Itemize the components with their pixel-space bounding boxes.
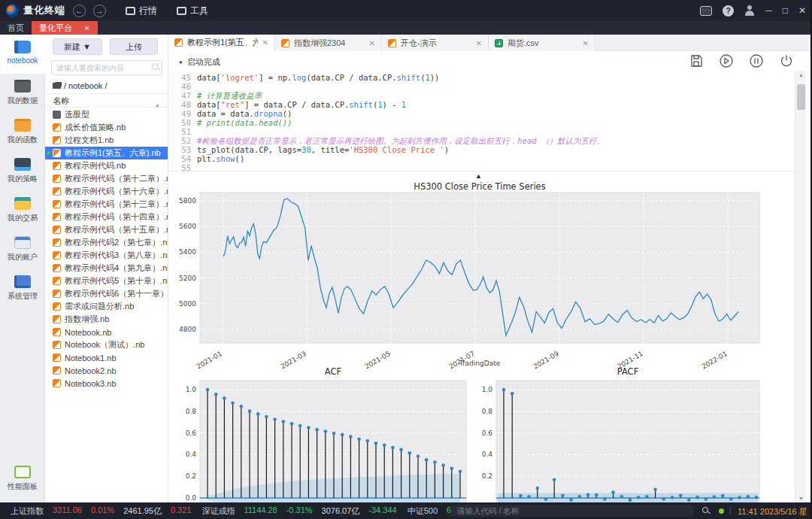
- file-row[interactable]: Notebook3.nb: [45, 377, 168, 390]
- close-tab-icon[interactable]: ✕: [84, 24, 90, 32]
- file-name: Notebook.nb: [65, 328, 111, 337]
- divider: |: [729, 505, 732, 514]
- file-row[interactable]: 教程示例代码6（第十一章）.nb: [45, 287, 168, 300]
- sidebar-item-我的函数[interactable]: 我的函数: [0, 113, 45, 152]
- y-tick-label: 0.2: [186, 472, 196, 480]
- doc-tab[interactable]: 指数增强2304✕: [275, 35, 382, 51]
- chat-icon[interactable]: ···: [700, 6, 712, 16]
- search-icon[interactable]: [702, 507, 708, 513]
- page-tab-quant-platform[interactable]: 量化平台✕: [32, 21, 98, 35]
- run-icon[interactable]: [719, 53, 734, 68]
- market-icon: [126, 7, 135, 15]
- back-icon[interactable]: ←: [73, 5, 86, 17]
- file-row[interactable]: 教程示例代码（第十二章）.nb: [45, 172, 168, 185]
- pacf-dot: [629, 499, 632, 502]
- sidebar-item-系统管理[interactable]: 系统管理: [0, 269, 45, 308]
- sidebar-item-我的策略[interactable]: 我的策略: [0, 152, 45, 191]
- file-row[interactable]: 教程示例代码.nb: [45, 159, 168, 172]
- y-tick-label: 5600: [179, 223, 196, 230]
- file-list-header[interactable]: 名称 ▲: [45, 93, 168, 108]
- doc-tab[interactable]: 教程示例1(第五、六章).nb✕: [168, 35, 275, 51]
- quote-field: 深证成指: [201, 505, 235, 517]
- pacf-dot: [704, 497, 708, 501]
- acf-dot: [391, 446, 395, 450]
- code-editor[interactable]: 4546474849505152535455 data['logret'] = …: [168, 71, 795, 171]
- sidebar-item-我的交易[interactable]: 我的交易: [0, 191, 45, 230]
- y-tick-label: 0.2: [482, 472, 492, 480]
- notebook-file-icon: [53, 149, 61, 157]
- scroll-up-icon[interactable]: ▲: [795, 72, 807, 77]
- sidebar-item-我的账户[interactable]: 我的账户: [0, 230, 45, 269]
- sidebar-item-我的数据[interactable]: 我的数据: [0, 74, 45, 113]
- index-quote-上证指数: 上证指数3311.060.01%2461.95亿0.321: [11, 505, 191, 517]
- breadcrumb[interactable]: / notebook /: [53, 81, 108, 90]
- user-icon[interactable]: [744, 5, 755, 16]
- code-line: data["ret"] = data.CP / data.CP.shift(1)…: [197, 100, 604, 109]
- scroll-down-icon[interactable]: ▼: [795, 496, 807, 501]
- file-row[interactable]: 教程示例代码3（第八章）.nb: [45, 249, 168, 262]
- file-row[interactable]: 过程文档1.nb: [45, 134, 168, 147]
- upload-button[interactable]: 上传: [110, 38, 158, 55]
- close-tab-icon[interactable]: ✕: [476, 39, 482, 47]
- file-name: Notebook1.nb: [65, 354, 117, 363]
- notebook-file-icon: [53, 264, 61, 272]
- file-row[interactable]: 教程示例代码4（第九章）.nb: [45, 262, 168, 275]
- file-row[interactable]: 需求或问题分析.nb: [45, 300, 168, 313]
- file-row[interactable]: 指数增强.nb: [45, 313, 168, 326]
- page-tab-home[interactable]: 首页: [0, 21, 32, 35]
- scrollbar-thumb[interactable]: [797, 84, 805, 110]
- shutdown-icon[interactable]: [779, 53, 794, 68]
- close-tab-icon[interactable]: ✕: [369, 39, 375, 47]
- close-tab-icon[interactable]: ✕: [262, 38, 268, 47]
- file-row[interactable]: 教程示例代码（第十五章）.nb: [45, 223, 168, 236]
- menu-market[interactable]: 行情: [126, 5, 157, 17]
- file-row[interactable]: 教程示例代码（第十六章）.nb: [45, 185, 168, 198]
- sidebar-item-性能面板[interactable]: 性能面板: [0, 460, 45, 499]
- notebook-file-icon: [53, 354, 61, 362]
- quote-field: 0.321: [171, 505, 192, 517]
- file-row[interactable]: 教程示例代码（第十四章）.nb: [45, 211, 168, 223]
- notebook-icon: [14, 41, 31, 53]
- forward-icon[interactable]: →: [93, 5, 106, 17]
- page-tab-label: 量化平台: [39, 23, 72, 34]
- menu-tools[interactable]: 工具: [177, 5, 208, 17]
- new-button[interactable]: 新建 ▼: [53, 38, 102, 55]
- close-tab-icon[interactable]: ✕: [583, 39, 589, 47]
- pacf-dot: [653, 487, 657, 491]
- pause-icon[interactable]: [749, 53, 764, 68]
- notebook-file-icon: [53, 226, 61, 234]
- file-name: 教程示例1(第五、六章).nb: [65, 147, 161, 159]
- acf-dot: [265, 415, 268, 419]
- pacf-dot: [662, 497, 666, 501]
- file-row[interactable]: Notebook2.nb: [45, 364, 168, 377]
- pacf-dot: [679, 494, 683, 498]
- file-row[interactable]: 教程示例代码2（第七章）.nb: [45, 236, 168, 249]
- close-button[interactable]: ✕: [798, 5, 806, 16]
- notebook-file-icon: [53, 290, 61, 298]
- y-tick-label: 5400: [179, 248, 196, 256]
- ticker-search-input[interactable]: [451, 505, 693, 517]
- function-icon: [14, 119, 31, 132]
- minimize-button[interactable]: ─: [765, 5, 772, 16]
- file-row[interactable]: 教程示例1(第五、六章).nb: [45, 147, 168, 159]
- file-row[interactable]: 选股型: [45, 108, 168, 121]
- file-search-input[interactable]: [51, 60, 162, 75]
- save-icon[interactable]: [689, 53, 704, 68]
- file-row[interactable]: Notebook（测试）.nb: [45, 338, 168, 351]
- file-name: 教程示例代码（第十五章）.nb: [65, 224, 168, 235]
- file-row[interactable]: 教程示例代码（第十三章）.nb: [45, 198, 168, 211]
- doc-tab[interactable]: 期货.csv✕: [489, 35, 595, 51]
- sidebar-item-notebook[interactable]: notebook: [0, 35, 45, 74]
- x-tick-label: 2021-05: [363, 350, 392, 370]
- doc-tab[interactable]: 开仓-演示✕: [382, 35, 489, 51]
- maximize-button[interactable]: □: [783, 5, 788, 16]
- file-row[interactable]: Notebook1.nb: [45, 351, 168, 364]
- file-name: 教程示例代码（第十四章）.nb: [65, 211, 168, 223]
- help-icon[interactable]: ?: [723, 5, 734, 17]
- file-row[interactable]: 教程示例代码5（第十章）.nb: [45, 275, 168, 287]
- file-row[interactable]: 成长价值策略.nb: [45, 121, 168, 134]
- acf-dot: [240, 405, 244, 408]
- vertical-scrollbar[interactable]: ▲ ▼: [795, 71, 806, 502]
- file-row[interactable]: Notebook.nb: [45, 326, 168, 338]
- acf-dot: [425, 458, 429, 462]
